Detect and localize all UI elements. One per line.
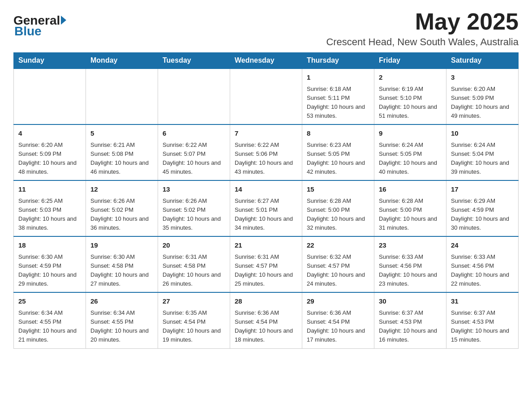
calendar-cell: 17Sunrise: 6:29 AMSunset: 4:59 PMDayligh… [446, 180, 519, 236]
calendar-cell: 30Sunrise: 6:37 AMSunset: 4:53 PMDayligh… [374, 292, 446, 348]
day-number: 5 [90, 128, 153, 139]
week-row-4: 18Sunrise: 6:30 AMSunset: 4:59 PMDayligh… [14, 236, 519, 292]
week-row-2: 4Sunrise: 6:20 AMSunset: 5:09 PMDaylight… [14, 124, 519, 180]
calendar-cell: 18Sunrise: 6:30 AMSunset: 4:59 PMDayligh… [14, 236, 86, 292]
day-number: 19 [90, 240, 153, 251]
day-number: 20 [163, 240, 225, 251]
day-number: 31 [451, 296, 514, 307]
calendar-header-friday: Friday [374, 53, 446, 69]
calendar-cell: 20Sunrise: 6:31 AMSunset: 4:58 PMDayligh… [158, 236, 230, 292]
day-info: Sunrise: 6:26 AMSunset: 5:02 PMDaylight:… [163, 197, 225, 233]
calendar-cell: 8Sunrise: 6:23 AMSunset: 5:05 PMDaylight… [302, 124, 374, 180]
day-number: 26 [90, 296, 153, 307]
calendar-cell: 10Sunrise: 6:24 AMSunset: 5:04 PMDayligh… [446, 124, 519, 180]
week-row-3: 11Sunrise: 6:25 AMSunset: 5:03 PMDayligh… [14, 180, 519, 236]
day-info: Sunrise: 6:22 AMSunset: 5:06 PMDaylight:… [235, 141, 297, 177]
day-number: 2 [379, 73, 442, 83]
calendar-cell: 2Sunrise: 6:19 AMSunset: 5:10 PMDaylight… [374, 68, 446, 124]
calendar-cell [158, 68, 230, 124]
logo-blue: Blue [14, 24, 42, 39]
day-number: 6 [163, 128, 225, 139]
calendar-table: SundayMondayTuesdayWednesdayThursdayFrid… [13, 52, 519, 348]
day-info: Sunrise: 6:23 AMSunset: 5:05 PMDaylight:… [307, 141, 369, 177]
day-info: Sunrise: 6:22 AMSunset: 5:07 PMDaylight:… [163, 141, 225, 177]
calendar-header-wednesday: Wednesday [230, 53, 302, 69]
day-info: Sunrise: 6:34 AMSunset: 4:55 PMDaylight:… [90, 308, 153, 345]
day-info: Sunrise: 6:25 AMSunset: 5:03 PMDaylight:… [18, 197, 81, 233]
day-number: 14 [235, 184, 297, 195]
day-info: Sunrise: 6:36 AMSunset: 4:54 PMDaylight:… [235, 308, 297, 345]
day-number: 28 [235, 296, 297, 307]
day-number: 13 [163, 184, 225, 195]
day-number: 9 [379, 128, 442, 139]
day-info: Sunrise: 6:33 AMSunset: 4:56 PMDaylight:… [379, 253, 442, 289]
day-number: 22 [307, 240, 369, 251]
day-number: 15 [307, 184, 369, 195]
calendar-cell: 21Sunrise: 6:31 AMSunset: 4:57 PMDayligh… [230, 236, 302, 292]
calendar-cell: 1Sunrise: 6:18 AMSunset: 5:11 PMDaylight… [302, 68, 374, 124]
page-header: General Blue May 2025 Crescent Head, New… [13, 9, 519, 48]
day-info: Sunrise: 6:29 AMSunset: 4:59 PMDaylight:… [451, 197, 514, 233]
day-number: 27 [163, 296, 225, 307]
day-number: 12 [90, 184, 153, 195]
day-info: Sunrise: 6:37 AMSunset: 4:53 PMDaylight:… [379, 308, 442, 345]
calendar-cell: 25Sunrise: 6:34 AMSunset: 4:55 PMDayligh… [14, 292, 86, 348]
calendar-cell: 5Sunrise: 6:21 AMSunset: 5:08 PMDaylight… [86, 124, 158, 180]
day-number: 23 [379, 240, 442, 251]
day-info: Sunrise: 6:28 AMSunset: 5:00 PMDaylight:… [379, 197, 442, 233]
day-info: Sunrise: 6:24 AMSunset: 5:05 PMDaylight:… [379, 141, 442, 177]
day-info: Sunrise: 6:31 AMSunset: 4:57 PMDaylight:… [235, 253, 297, 289]
day-number: 3 [451, 73, 514, 83]
calendar-cell: 7Sunrise: 6:22 AMSunset: 5:06 PMDaylight… [230, 124, 302, 180]
calendar-cell: 19Sunrise: 6:30 AMSunset: 4:58 PMDayligh… [86, 236, 158, 292]
logo-arrow-icon [61, 16, 66, 25]
calendar-cell: 4Sunrise: 6:20 AMSunset: 5:09 PMDaylight… [14, 124, 86, 180]
day-info: Sunrise: 6:18 AMSunset: 5:11 PMDaylight:… [307, 85, 369, 121]
location-subtitle: Crescent Head, New South Wales, Australi… [326, 36, 519, 48]
day-number: 7 [235, 128, 297, 139]
day-number: 29 [307, 296, 369, 307]
logo: General Blue [13, 9, 66, 39]
day-number: 25 [18, 296, 81, 307]
calendar-cell: 3Sunrise: 6:20 AMSunset: 5:09 PMDaylight… [446, 68, 519, 124]
day-number: 30 [379, 296, 442, 307]
calendar-header-row: SundayMondayTuesdayWednesdayThursdayFrid… [14, 53, 519, 69]
day-info: Sunrise: 6:35 AMSunset: 4:54 PMDaylight:… [163, 308, 225, 345]
day-info: Sunrise: 6:26 AMSunset: 5:02 PMDaylight:… [90, 197, 153, 233]
week-row-1: 1Sunrise: 6:18 AMSunset: 5:11 PMDaylight… [14, 68, 519, 124]
day-info: Sunrise: 6:28 AMSunset: 5:00 PMDaylight:… [307, 197, 369, 233]
day-number: 1 [307, 73, 369, 83]
calendar-cell: 26Sunrise: 6:34 AMSunset: 4:55 PMDayligh… [86, 292, 158, 348]
calendar-cell: 24Sunrise: 6:33 AMSunset: 4:56 PMDayligh… [446, 236, 519, 292]
day-number: 17 [451, 184, 514, 195]
calendar-cell: 28Sunrise: 6:36 AMSunset: 4:54 PMDayligh… [230, 292, 302, 348]
calendar-cell [14, 68, 86, 124]
day-info: Sunrise: 6:30 AMSunset: 4:59 PMDaylight:… [18, 253, 81, 289]
day-info: Sunrise: 6:27 AMSunset: 5:01 PMDaylight:… [235, 197, 297, 233]
day-info: Sunrise: 6:31 AMSunset: 4:58 PMDaylight:… [163, 253, 225, 289]
day-info: Sunrise: 6:32 AMSunset: 4:57 PMDaylight:… [307, 253, 369, 289]
calendar-header-thursday: Thursday [302, 53, 374, 69]
month-year-title: May 2025 [326, 9, 519, 34]
calendar-cell: 23Sunrise: 6:33 AMSunset: 4:56 PMDayligh… [374, 236, 446, 292]
calendar-cell: 22Sunrise: 6:32 AMSunset: 4:57 PMDayligh… [302, 236, 374, 292]
day-number: 4 [18, 128, 81, 139]
day-number: 24 [451, 240, 514, 251]
calendar-cell [230, 68, 302, 124]
day-number: 21 [235, 240, 297, 251]
calendar-cell: 13Sunrise: 6:26 AMSunset: 5:02 PMDayligh… [158, 180, 230, 236]
calendar-cell: 29Sunrise: 6:36 AMSunset: 4:54 PMDayligh… [302, 292, 374, 348]
calendar-cell: 9Sunrise: 6:24 AMSunset: 5:05 PMDaylight… [374, 124, 446, 180]
day-number: 18 [18, 240, 81, 251]
week-row-5: 25Sunrise: 6:34 AMSunset: 4:55 PMDayligh… [14, 292, 519, 348]
day-number: 11 [18, 184, 81, 195]
calendar-cell: 14Sunrise: 6:27 AMSunset: 5:01 PMDayligh… [230, 180, 302, 236]
day-number: 8 [307, 128, 369, 139]
calendar-cell: 31Sunrise: 6:37 AMSunset: 4:53 PMDayligh… [446, 292, 519, 348]
calendar-header-tuesday: Tuesday [158, 53, 230, 69]
calendar-cell: 6Sunrise: 6:22 AMSunset: 5:07 PMDaylight… [158, 124, 230, 180]
day-info: Sunrise: 6:34 AMSunset: 4:55 PMDaylight:… [18, 308, 81, 345]
day-info: Sunrise: 6:21 AMSunset: 5:08 PMDaylight:… [90, 141, 153, 177]
day-info: Sunrise: 6:30 AMSunset: 4:58 PMDaylight:… [90, 253, 153, 289]
day-info: Sunrise: 6:19 AMSunset: 5:10 PMDaylight:… [379, 85, 442, 121]
